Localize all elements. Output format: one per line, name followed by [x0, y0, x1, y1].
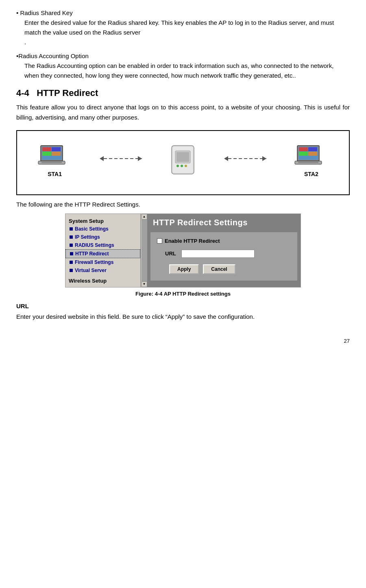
sta1-label: STA1 — [48, 171, 62, 177]
svg-marker-10 — [138, 156, 142, 161]
sta1-node: STA1 — [37, 145, 72, 177]
arrow-right — [221, 154, 270, 163]
sta2-label: STA2 — [304, 171, 318, 177]
cancel-button[interactable]: Cancel — [203, 264, 235, 274]
scroll-track — [142, 220, 147, 281]
radius-key-text: Enter the desired value for the Radius s… — [16, 18, 350, 37]
sidebar-item-label-http: HTTP Redirect — [75, 251, 109, 257]
wireless-setup-title: Wireless Setup — [65, 276, 140, 285]
svg-rect-23 — [299, 147, 308, 151]
sidebar-sq-icon — [70, 244, 73, 247]
page-number: 27 — [16, 338, 350, 344]
svg-rect-24 — [308, 147, 317, 151]
svg-rect-26 — [308, 152, 317, 156]
ui-mockup: System Setup Basic Settings IP Settings … — [65, 213, 301, 287]
svg-rect-4 — [42, 152, 51, 156]
sidebar-item-label-radius: RADIUS Settings — [75, 242, 114, 248]
url-label: URL — [165, 250, 177, 257]
section-heading: 4-4 HTTP Redirect — [16, 88, 350, 98]
sidebar-item-basic-settings[interactable]: Basic Settings — [65, 225, 140, 233]
url-description: Enter your desired website in this field… — [16, 312, 350, 322]
panel-title: HTTP Redirect Settings — [153, 218, 295, 227]
enable-http-redirect-label: Enable HTTP Redirect — [165, 238, 220, 244]
url-section-title: URL — [16, 303, 350, 309]
svg-rect-14 — [176, 152, 189, 162]
svg-rect-25 — [299, 152, 308, 156]
sidebar-sq-icon — [70, 235, 73, 239]
network-diagram: STA1 — [16, 130, 350, 195]
following-text: The following are the HTTP Redirect Sett… — [16, 201, 350, 208]
radius-key-title: • Radius Shared Key — [16, 8, 350, 18]
scroll-down-button[interactable]: ▼ — [142, 281, 147, 287]
url-row: URL — [157, 250, 291, 258]
sta2-laptop-icon — [294, 145, 329, 168]
sidebar-item-label-firewall: Firewall Settings — [75, 259, 113, 265]
sidebar-item-label-ip: IP Settings — [75, 234, 100, 240]
svg-rect-5 — [52, 152, 61, 156]
url-input[interactable] — [181, 250, 255, 258]
sidebar-item-ip-settings[interactable]: IP Settings — [65, 233, 140, 241]
sta2-node: STA2 — [294, 145, 329, 177]
svg-marker-18 — [224, 156, 228, 161]
figure-caption: Figure: 4-4 AP HTTP Redirect settings — [16, 291, 350, 297]
radius-key-dot: . — [16, 37, 350, 47]
svg-marker-8 — [100, 156, 104, 161]
section-intro: This feature allow you to direct anyone … — [16, 102, 350, 123]
ap-node — [170, 144, 196, 178]
enable-row: Enable HTTP Redirect — [157, 238, 291, 244]
dashed-arrow-left — [96, 154, 145, 163]
svg-point-16 — [181, 165, 183, 167]
sidebar: System Setup Basic Settings IP Settings … — [65, 214, 141, 287]
svg-point-15 — [176, 165, 179, 167]
radius-key-section: • Radius Shared Key Enter the desired va… — [16, 8, 350, 47]
sidebar-item-radius-settings[interactable]: RADIUS Settings — [65, 241, 140, 249]
svg-rect-3 — [52, 147, 61, 151]
svg-rect-7 — [41, 162, 62, 163]
svg-rect-28 — [298, 162, 318, 163]
button-row: Apply Cancel — [157, 264, 291, 274]
svg-point-17 — [185, 165, 187, 167]
panel-content: Enable HTTP Redirect URL Apply Cancel — [150, 232, 297, 281]
sta1-laptop-icon — [37, 145, 72, 168]
main-panel: HTTP Redirect Settings Enable HTTP Redir… — [147, 214, 301, 287]
sidebar-item-label-basic: Basic Settings — [75, 226, 109, 232]
enable-http-redirect-checkbox[interactable] — [157, 238, 162, 244]
svg-rect-2 — [42, 147, 51, 151]
sidebar-sq-icon — [70, 269, 73, 272]
sidebar-item-http-redirect[interactable]: HTTP Redirect — [65, 249, 140, 258]
system-setup-title: System Setup — [65, 216, 140, 225]
sidebar-sq-icon — [70, 261, 73, 264]
ap-icon — [170, 144, 196, 178]
sidebar-scrollbar[interactable]: ▲ ▼ — [141, 214, 147, 287]
dashed-arrow-right — [221, 154, 270, 163]
radius-accounting-title: •Radius Accounting Option — [16, 51, 350, 61]
radius-accounting-text: The Radius Accounting option can be enab… — [16, 61, 350, 81]
sidebar-item-firewall-settings[interactable]: Firewall Settings — [65, 258, 140, 266]
panel-title-bar: HTTP Redirect Settings — [147, 214, 301, 232]
sidebar-sq-icon — [70, 227, 73, 231]
apply-button[interactable]: Apply — [169, 264, 199, 274]
arrow-left — [96, 154, 145, 163]
sidebar-item-virtual-server[interactable]: Virtual Server — [65, 266, 140, 274]
sidebar-sq-icon — [70, 252, 73, 255]
radius-accounting-section: •Radius Accounting Option The Radius Acc… — [16, 51, 350, 81]
sidebar-item-label-virtual: Virtual Server — [75, 268, 107, 273]
scroll-up-button[interactable]: ▲ — [142, 214, 147, 220]
svg-marker-20 — [262, 156, 266, 161]
